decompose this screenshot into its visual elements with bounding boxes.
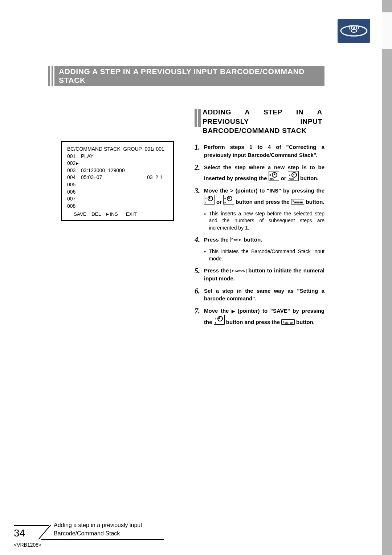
step-5: 5. Press the FUNCTION button to initiate… bbox=[195, 267, 324, 283]
step-7: 7. Move the ▶ (pointer) to "SAVE" by pre… bbox=[195, 307, 324, 326]
joystick-right-key: 4T bbox=[204, 195, 215, 204]
step-3-body: Move the > (pointer) to "INS" by pressin… bbox=[204, 187, 324, 206]
lcd-row: 002 bbox=[67, 160, 169, 167]
instruction-steps: 1. Perform steps 1 to 4 of "Correcting a… bbox=[195, 143, 324, 331]
joystick-down-key: 2FWD bbox=[288, 171, 299, 181]
step-6: 6. Set a step in the same way as "Settin… bbox=[195, 287, 324, 303]
lcd-footer-ins: INS bbox=[106, 211, 118, 218]
lcd-header: BC/COMMAND STACK GROUP 001/ 001 bbox=[67, 146, 169, 153]
pointer-icon: ▶ bbox=[232, 308, 235, 315]
document-id: <VRB1208> bbox=[14, 542, 41, 548]
lcd-row: 001PLAY bbox=[67, 153, 169, 160]
lcd-footer-exit: EXIT bbox=[126, 211, 137, 218]
section-heading: ADDING A STEP IN A PREVIOUSLY INPUT BARC… bbox=[195, 108, 322, 135]
step-2-body: Select the step where a new step is to b… bbox=[204, 163, 324, 183]
lcd-row: 005 bbox=[67, 181, 169, 189]
title-banner: ADDING A STEP IN A PREVIOUSLY INPUT BARC… bbox=[48, 66, 324, 86]
joystick-left-key: 4T bbox=[214, 315, 225, 325]
lcd-row: 00405:03–0703 2 1 bbox=[67, 174, 169, 181]
side-stripe-notch bbox=[382, 12, 392, 49]
title-key: DTITLE bbox=[230, 237, 242, 242]
step-1-body: Perform steps 1 to 4 of "Correcting a pr… bbox=[204, 143, 324, 159]
step-7-body: Move the ▶ (pointer) to "SAVE" by pressi… bbox=[204, 307, 324, 326]
section-heading-text: ADDING A STEP IN A PREVIOUSLY INPUT BARC… bbox=[203, 108, 322, 135]
enter-key: 5ENTER bbox=[291, 199, 305, 204]
joystick-up-key: 8REV bbox=[269, 171, 279, 181]
step-1: 1. Perform steps 1 to 4 of "Correcting a… bbox=[195, 143, 324, 159]
svg-line-2 bbox=[38, 525, 51, 539]
step-6-body: Set a step in the same way as "Setting a… bbox=[204, 287, 324, 303]
step-3: 3. Move the > (pointer) to "INS" by pres… bbox=[195, 187, 324, 206]
dvd-logo-text: DVD bbox=[348, 25, 359, 31]
page-number: 34 bbox=[14, 527, 25, 539]
footer-section-title: Adding a step in a previously input Barc… bbox=[54, 521, 163, 538]
step-4-note: This initiates the Barcode/Command Stack… bbox=[204, 248, 324, 262]
lcd-screen: BC/COMMAND STACK GROUP 001/ 001 001PLAY … bbox=[61, 141, 174, 221]
lcd-footer-save: SAVE bbox=[74, 211, 86, 218]
step-4: 4. Press the DTITLE button. bbox=[195, 236, 324, 244]
lcd-row: 00303:123000–129000 bbox=[67, 167, 169, 174]
function-key: FUNCTION bbox=[230, 269, 246, 273]
dvd-logo: DVD bbox=[338, 19, 370, 43]
side-stripe bbox=[382, 0, 392, 555]
lcd-row: 006 bbox=[67, 189, 169, 196]
step-5-body: Press the FUNCTION button to initiate th… bbox=[204, 267, 324, 283]
joystick-left-key: 6M bbox=[223, 195, 234, 204]
step-3-note: This inserts a new step before the selec… bbox=[204, 210, 324, 232]
banner-title: ADDING A STEP IN A PREVIOUSLY INPUT BARC… bbox=[59, 67, 324, 85]
lcd-row: 008 bbox=[67, 203, 169, 210]
lcd-footer: SAVE DEL INS EXIT bbox=[67, 211, 169, 218]
step-4-body: Press the DTITLE button. bbox=[204, 236, 324, 244]
step-2: 2. Select the step where a new step is t… bbox=[195, 163, 324, 183]
lcd-row: 007 bbox=[67, 195, 169, 203]
enter-key: 5ENTER bbox=[281, 319, 295, 325]
lcd-footer-del: DEL bbox=[91, 211, 101, 218]
